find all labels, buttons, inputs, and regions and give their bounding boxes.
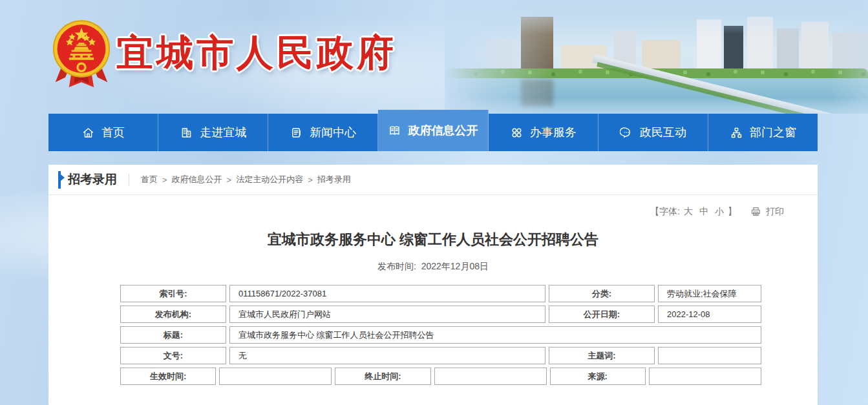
meta-value-keywords [658,347,761,364]
breadcrumb-separator: > [162,175,167,185]
page-header: 宜城市人民政府 [0,0,868,114]
nav-item-label: 首页 [101,125,125,140]
open-book-icon [388,124,401,138]
print-button[interactable]: 打印 [750,205,784,218]
meta-row-4: 文号: 无 主题词: [120,347,761,364]
meta-value-title: 宜城市政务服务中心 综窗工作人员社会公开招聘公告 [229,326,761,344]
nav-item-about-city[interactable]: 走进宜城 [158,114,268,151]
publish-time-line: 发布时间: 2022年12月08日 [48,261,818,273]
meta-label-publish-date: 公开日期: [549,306,655,323]
meta-label-publisher: 发布机构: [120,306,226,323]
breadcrumb-divider [129,174,129,186]
breadcrumb: 首页 > 政府信息公开 > 法定主动公开内容 > 招考录用 [141,174,351,185]
national-emblem-logo[interactable] [50,17,112,96]
font-size-small-button[interactable]: 小 [715,206,724,218]
font-control-prefix: 【字体: [650,206,680,218]
site-title: 宜城市人民政府 [116,28,397,78]
breadcrumb-link-gov-info[interactable]: 政府信息公开 [172,174,222,185]
meta-value-category: 劳动就业;社会保障 [658,285,761,302]
meta-label-effective-time: 生效时间: [120,368,216,385]
meta-label-keywords: 主题词: [549,347,655,364]
meta-label-title: 标题: [120,326,226,344]
meta-value-publish-date: 2022-12-08 [658,306,761,323]
meta-label-index-number: 索引号: [120,285,226,302]
article-title: 宜城市政务服务中心 综窗工作人员社会公开招聘公告 [48,230,818,249]
nav-item-public-interaction[interactable]: 政民互动 [598,114,708,151]
meta-label-source: 来源: [550,368,646,385]
meta-value-effective-time [219,368,332,385]
breadcrumb-link-recruitment[interactable]: 招考录用 [317,174,351,185]
buildings-icon [180,126,193,140]
nav-item-label: 政府信息公开 [408,123,478,138]
meta-label-category: 分类: [549,285,655,302]
font-size-large-button[interactable]: 大 [684,206,693,218]
printer-icon [750,205,762,218]
home-icon [81,126,95,140]
font-size-medium-button[interactable]: 中 [699,206,708,218]
breadcrumb-separator: > [227,175,232,185]
font-size-control: 【字体: 大 中 小 】 [650,206,737,218]
section-accent-marker [58,171,61,189]
breadcrumb-link-home[interactable]: 首页 [141,174,158,185]
breadcrumb-link-statutory-disclosure[interactable]: 法定主动公开内容 [236,174,303,185]
meta-label-termination-time: 终止时间: [335,368,430,385]
nav-item-label: 新闻中心 [310,125,356,140]
news-icon [290,126,303,140]
main-nav: 首页 走进宜城 新闻中心 政府信息公开 办事服务 政民互动 部门之窗 [48,114,818,151]
nav-item-label: 走进宜城 [200,125,246,140]
grid-circles-icon [510,126,524,140]
nav-item-departments[interactable]: 部门之窗 [708,114,818,151]
nav-item-label: 政民互动 [640,125,686,140]
nav-item-label: 部门之窗 [750,125,796,140]
nav-item-services[interactable]: 办事服务 [489,114,598,151]
sitemap-icon [730,126,743,140]
chat-bubble-icon [620,126,633,140]
nav-item-gov-info-disclosure[interactable]: 政府信息公开 [378,110,488,151]
publish-time-value: 2022年12月08日 [421,261,489,271]
meta-value-source [649,368,761,385]
nav-item-home[interactable]: 首页 [48,114,158,151]
meta-label-doc-number: 文号: [120,347,226,364]
font-control-suffix: 】 [728,206,737,218]
breadcrumb-separator: > [308,175,313,185]
nav-item-label: 办事服务 [530,125,577,140]
meta-row-3: 标题: 宜城市政务服务中心 综窗工作人员社会公开招聘公告 [120,326,761,344]
publish-time-label: 发布时间: [377,261,416,271]
meta-value-doc-number: 无 [229,347,545,364]
city-skyline-photo [445,0,868,114]
meta-value-termination-time [434,368,547,385]
document-meta-table: 索引号: 011158671/2022-37081 分类: 劳动就业;社会保障 … [120,285,761,385]
meta-value-publisher: 宜城市人民政府门户网站 [229,306,545,323]
nav-item-news-center[interactable]: 新闻中心 [268,114,378,151]
meta-row-2: 发布机构: 宜城市人民政府门户网站 公开日期: 2022-12-08 [120,306,761,323]
meta-row-5: 生效时间: 终止时间: 来源: [120,368,761,385]
meta-row-1: 索引号: 011158671/2022-37081 分类: 劳动就业;社会保障 [120,285,761,302]
article-tools: 【字体: 大 中 小 】 打印 [650,205,784,218]
meta-value-index-number: 011158671/2022-37081 [229,285,545,302]
national-emblem-icon [50,17,112,96]
breadcrumb-bar: 招考录用 首页 > 政府信息公开 > 法定主动公开内容 > 招考录用 [48,165,818,195]
content-card: 招考录用 首页 > 政府信息公开 > 法定主动公开内容 > 招考录用 【字体: … [48,165,818,405]
print-button-label: 打印 [766,206,784,218]
section-title: 招考录用 [68,171,117,188]
